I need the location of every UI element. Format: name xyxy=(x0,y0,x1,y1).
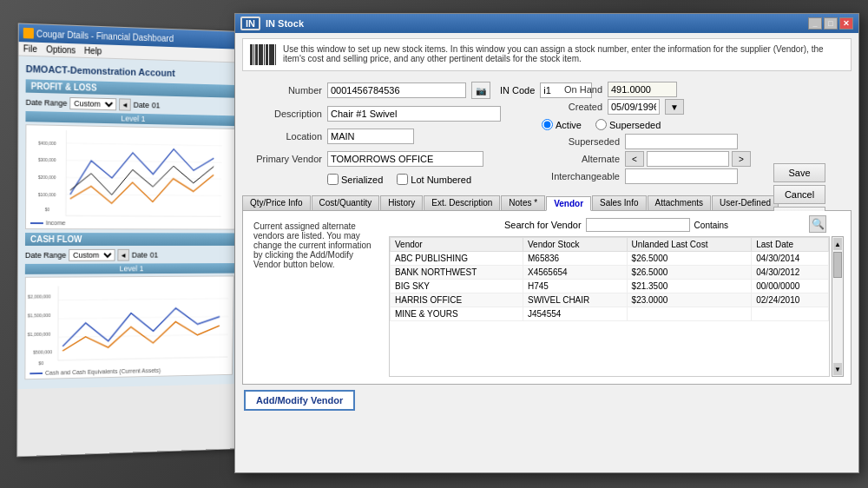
number-input[interactable] xyxy=(327,82,466,98)
superseded-input[interactable] xyxy=(625,134,738,149)
svg-line-5 xyxy=(66,195,221,195)
pl-date-range-label: Date Range xyxy=(26,98,68,108)
alternate-next-btn[interactable]: > xyxy=(732,151,751,167)
tab-vendor[interactable]: Vendor xyxy=(546,196,591,211)
scroll-down-btn[interactable]: ▼ xyxy=(833,363,842,375)
cf-date-range-label: Date Range xyxy=(25,251,66,260)
primary-vendor-input[interactable] xyxy=(327,151,483,167)
info-text: Use this window to set up new stock item… xyxy=(283,44,844,63)
main-titlebar: IN IN Stock _ □ ✕ xyxy=(235,14,858,33)
svg-line-3 xyxy=(66,161,221,163)
interchangeable-label: Interchangeable xyxy=(542,171,620,181)
interchangeable-input[interactable] xyxy=(625,168,738,184)
main-window: IN IN Stock _ □ ✕ Use this window to set… xyxy=(234,13,859,473)
col-unlanded-cost: Unlanded Last Cost xyxy=(627,238,752,252)
minimize-btn[interactable]: _ xyxy=(808,17,822,30)
serialized-label[interactable]: Serialized xyxy=(327,174,383,185)
cf-level-badge: Level 1 xyxy=(25,263,234,274)
scroll-up-btn[interactable]: ▲ xyxy=(833,238,842,250)
titlebar-controls: _ □ ✕ xyxy=(808,17,853,30)
search-vendor-label: Search for Vendor xyxy=(504,220,582,230)
menu-help[interactable]: Help xyxy=(84,46,102,56)
created-label: Created xyxy=(542,102,602,112)
lot-numbered-text: Lot Numbered xyxy=(411,175,471,185)
tab-cost-qty[interactable]: Cost/Quantity xyxy=(312,195,380,210)
add-modify-vendor-button[interactable]: Add/Modify Vendor xyxy=(244,390,355,411)
menu-options[interactable]: Options xyxy=(46,44,76,55)
save-button[interactable]: Save xyxy=(773,163,825,182)
superseded-radio-label[interactable]: Superseded xyxy=(595,119,661,130)
bg-title-text: Cougar Dtails - Financial Dashboard xyxy=(36,29,174,43)
active-radio[interactable] xyxy=(542,119,553,130)
tab-content-vendor: Current assigned alternate vendors are l… xyxy=(242,211,852,385)
bg-account-header: DMOACT-Demonstration Account xyxy=(26,63,238,80)
cf-chart-svg: $2,000,000 $1,500,000 $1,000,000 $500,00… xyxy=(25,276,233,379)
svg-line-2 xyxy=(66,143,221,146)
vendor-tab-layout: Current assigned alternate vendors are l… xyxy=(250,218,844,377)
info-banner: Use this window to set up new stock item… xyxy=(242,38,852,71)
cf-date-prev[interactable]: ◄ xyxy=(117,249,129,261)
created-row: Created ▼ xyxy=(542,99,785,115)
location-input[interactable] xyxy=(327,129,414,144)
on-hand-row: On Hand xyxy=(542,82,785,97)
tab-qty-price[interactable]: Qty/Price Info xyxy=(242,195,311,210)
active-radio-label[interactable]: Active xyxy=(542,119,582,130)
on-hand-input[interactable] xyxy=(608,82,677,97)
alternate-row: Alternate < > xyxy=(542,151,785,167)
tab-ext-desc[interactable]: Ext. Description xyxy=(424,195,500,210)
barcode-icon xyxy=(250,44,276,65)
svg-text:$0: $0 xyxy=(45,208,50,212)
search-vendor-row: Search for Vendor Contains xyxy=(389,218,844,232)
tabs-container: Qty/Price Info Cost/Quantity History Ext… xyxy=(242,195,852,211)
cf-date-range-select[interactable]: Custom xyxy=(69,249,115,261)
superseded-row: Superseded xyxy=(542,134,785,149)
tab-history[interactable]: History xyxy=(380,195,423,210)
svg-text:$300,000: $300,000 xyxy=(38,158,56,162)
search-vendor-input[interactable] xyxy=(586,218,690,232)
cash-flow-title: CASH FLOW xyxy=(25,233,235,246)
lot-numbered-checkbox[interactable] xyxy=(397,174,408,185)
scan-button[interactable]: 📷 xyxy=(471,82,490,99)
pl-legend-text: Income xyxy=(46,220,66,226)
tab-notes[interactable]: Notes * xyxy=(501,195,545,210)
tab-attachments[interactable]: Attachments xyxy=(648,195,712,210)
maximize-btn[interactable]: □ xyxy=(824,17,838,30)
svg-line-14 xyxy=(58,317,228,320)
col-vendor: Vendor xyxy=(391,238,523,252)
primary-vendor-label: Primary Vendor xyxy=(244,154,322,164)
menu-file[interactable]: File xyxy=(23,43,37,54)
created-input[interactable] xyxy=(608,99,660,115)
magnifier-icon[interactable]: 🔍 xyxy=(809,215,826,233)
pl-chart-legend: Income xyxy=(30,220,65,226)
bg-title-icon xyxy=(23,28,34,39)
active-label: Active xyxy=(556,120,582,130)
contains-label: Contains xyxy=(694,221,728,230)
table-row: MINE & YOURSJ454554 xyxy=(391,307,829,321)
superseded-radio[interactable] xyxy=(595,119,607,130)
vendor-table-wrapper: Vendor Vendor Stock Unlanded Last Cost L… xyxy=(389,236,844,377)
vendor-scrollbar[interactable]: ▲ ▼ xyxy=(832,236,844,377)
form-section: Number 📷 IN Code Description Location Pr xyxy=(235,76,858,190)
alternate-input[interactable] xyxy=(647,151,729,167)
superseded-option-label: Superseded xyxy=(609,120,661,130)
created-calendar-btn[interactable]: ▼ xyxy=(665,99,684,115)
in-code-label: IN Code xyxy=(500,85,535,96)
on-hand-label: On Hand xyxy=(542,84,602,95)
tab-user-defined[interactable]: User-Defined xyxy=(712,195,779,210)
svg-text:$100,000: $100,000 xyxy=(38,193,56,197)
svg-text:$1,500,000: $1,500,000 xyxy=(28,313,51,318)
close-btn[interactable]: ✕ xyxy=(839,17,853,30)
pl-date-prev[interactable]: ◄ xyxy=(119,98,131,110)
cancel-button[interactable]: Cancel xyxy=(773,185,825,204)
main-title: IN Stock xyxy=(266,18,304,29)
pl-date-range-select[interactable]: Custom xyxy=(69,97,116,110)
bg-content: DMOACT-Demonstration Account PROFIT & LO… xyxy=(17,56,244,390)
serialized-checkbox[interactable] xyxy=(327,174,339,185)
description-input[interactable] xyxy=(327,106,501,122)
superseded-field-label: Superseded xyxy=(542,136,620,147)
tab-sales-info[interactable]: Sales Info xyxy=(592,195,646,210)
alternate-prev-btn[interactable]: < xyxy=(625,151,644,167)
table-row: BANK NORTHWESTX4565654$26.500004/30/2012 xyxy=(391,266,829,280)
lot-numbered-label[interactable]: Lot Numbered xyxy=(397,174,471,185)
scroll-thumb[interactable] xyxy=(833,252,842,278)
